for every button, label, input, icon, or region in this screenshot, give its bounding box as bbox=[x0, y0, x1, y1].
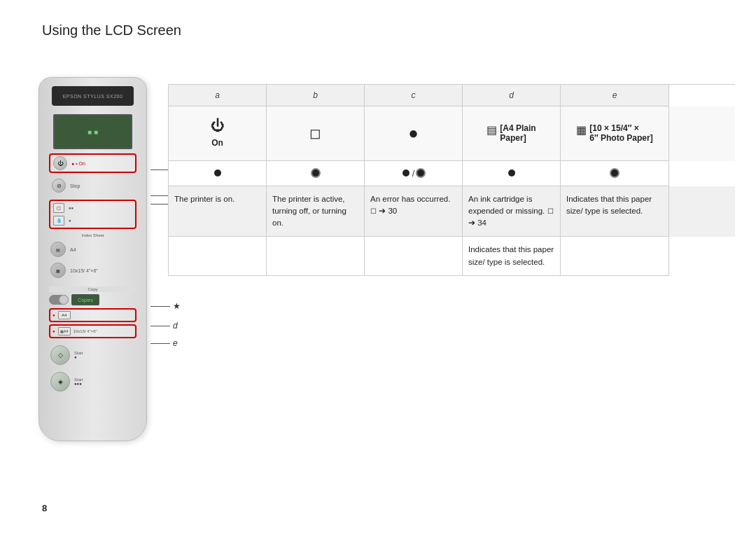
a4-icon-d: A4 bbox=[58, 311, 71, 319]
paper-label-e1: [10 × 15/4″ × bbox=[589, 123, 652, 133]
desc2-d: Indicates that this paper size/ type is … bbox=[463, 237, 561, 276]
paper-icon-b: ◻ bbox=[53, 203, 64, 213]
dot-cell-e bbox=[561, 161, 669, 186]
e-size-label: 10x15/ 4"×6" bbox=[74, 329, 97, 333]
brand-strip: EPSON STYLUS SX200 bbox=[52, 86, 134, 106]
col-header-c: c bbox=[365, 85, 463, 106]
page-number: 8 bbox=[42, 503, 47, 513]
photo-label: 10x15/ 4"×6" bbox=[70, 268, 98, 273]
indicator-row: / bbox=[168, 161, 735, 186]
paper-type-icon-d: ▤ bbox=[486, 123, 497, 137]
power-icon: ⏻ bbox=[211, 118, 225, 134]
paper-label-d2: Paper] bbox=[500, 133, 536, 143]
col-header-d: d bbox=[463, 85, 561, 106]
desc-cell-d: An ink cartridge is expended or missing.… bbox=[463, 186, 561, 237]
desc2-c bbox=[365, 237, 463, 276]
ink-drop-icon: ● bbox=[408, 123, 419, 143]
copies-display: Copies bbox=[71, 294, 99, 305]
filled-dot-a bbox=[214, 169, 221, 176]
dot-cell-a bbox=[169, 161, 267, 186]
on-label: ● • On bbox=[71, 161, 85, 166]
on-button[interactable]: ⏻ bbox=[53, 156, 67, 170]
paper-type-icon-e: ▦ bbox=[576, 123, 587, 137]
copy-label: Copy bbox=[49, 286, 136, 292]
desc-cell-c: An error has occurred. ☐ ➔ 30 bbox=[365, 186, 463, 237]
photo-icon-e: ▦A4 bbox=[58, 327, 71, 335]
lcd-content: ■ ■ bbox=[88, 128, 98, 136]
dot-cell-d bbox=[463, 161, 561, 186]
paper-icon: ◻ bbox=[309, 125, 321, 141]
photo-button[interactable]: ▦ bbox=[50, 263, 66, 278]
copies-slider[interactable] bbox=[49, 295, 69, 305]
a4-button[interactable]: ▤ bbox=[50, 242, 66, 257]
dot-cell-c: / bbox=[365, 161, 463, 186]
blink-dot-b bbox=[312, 169, 319, 176]
blink-dot-e bbox=[611, 169, 618, 176]
icon-cell-e: ▦ [10 × 15/4″ × 6″ Photo Paper] bbox=[561, 106, 669, 161]
desc2-b bbox=[267, 237, 365, 276]
desc-row: The printer is on. The printer is active… bbox=[168, 186, 735, 237]
column-headers-row: a b c d e bbox=[168, 84, 735, 106]
on-text: On bbox=[211, 138, 223, 149]
lcd-screen: ■ ■ bbox=[53, 114, 132, 149]
desc-cell-e: Indicates that this paper size/ type is … bbox=[561, 186, 669, 237]
dot-cell-b bbox=[267, 161, 365, 186]
col-header-b: b bbox=[267, 85, 365, 106]
desc2-e bbox=[561, 237, 669, 276]
arrow-d: ➔ bbox=[468, 219, 475, 227]
icon-cell-a: ⏻ On bbox=[169, 106, 267, 161]
index-sheet-label: Index Sheet bbox=[49, 233, 136, 237]
paper-label-e2: 6″ Photo Paper] bbox=[589, 133, 652, 143]
blink-dot-c bbox=[417, 169, 424, 176]
brand-label: EPSON STYLUS SX200 bbox=[63, 94, 123, 99]
ref-icon-c: ☐ bbox=[370, 207, 377, 215]
desc-cell-b: The printer is active, turning off, or t… bbox=[267, 186, 365, 237]
stop-label: Stop bbox=[70, 184, 80, 188]
stop-button[interactable]: ⊘ bbox=[52, 179, 66, 193]
col-header-a: a bbox=[169, 85, 267, 106]
slash-c: / bbox=[412, 168, 415, 179]
start-bw-button[interactable]: ◇ bbox=[50, 345, 70, 365]
desc-row-2: Indicates that this paper size/ type is … bbox=[168, 237, 735, 276]
icon-cell-c: ● bbox=[365, 106, 463, 161]
icon-cell-b: ◻ bbox=[267, 106, 365, 161]
page-title: Using the LCD Screen bbox=[42, 22, 181, 39]
main-table: a b c d e ⏻ On ◻ ● ▤ [A4 Plain Paper] bbox=[168, 84, 735, 477]
start-color-button[interactable]: ◈ bbox=[50, 372, 70, 392]
ref-icon-d: ☐ bbox=[547, 207, 554, 215]
icon-row: ⏻ On ◻ ● ▤ [A4 Plain Paper] ▦ bbox=[168, 106, 735, 161]
dot-c bbox=[402, 169, 410, 176]
desc-cell-a: The printer is on. bbox=[169, 186, 267, 237]
icon-cell-d: ▤ [A4 Plain Paper] bbox=[463, 106, 561, 161]
b-indicator: ●● bbox=[69, 206, 74, 210]
col-header-e: e bbox=[561, 85, 669, 106]
filled-dot-d bbox=[508, 169, 515, 176]
paper-label-d1: [A4 Plain bbox=[500, 123, 536, 133]
arrow-c: ➔ bbox=[379, 207, 386, 215]
printer-illustration: EPSON STYLUS SX200 ■ ■ ⏻ ● • On ⊘ Stop ◻ bbox=[38, 77, 147, 441]
a4-label: A4 bbox=[70, 247, 76, 252]
desc2-a bbox=[169, 237, 267, 276]
ink-icon-c: 💧 bbox=[53, 216, 64, 226]
c-indicator: ● bbox=[69, 219, 71, 223]
